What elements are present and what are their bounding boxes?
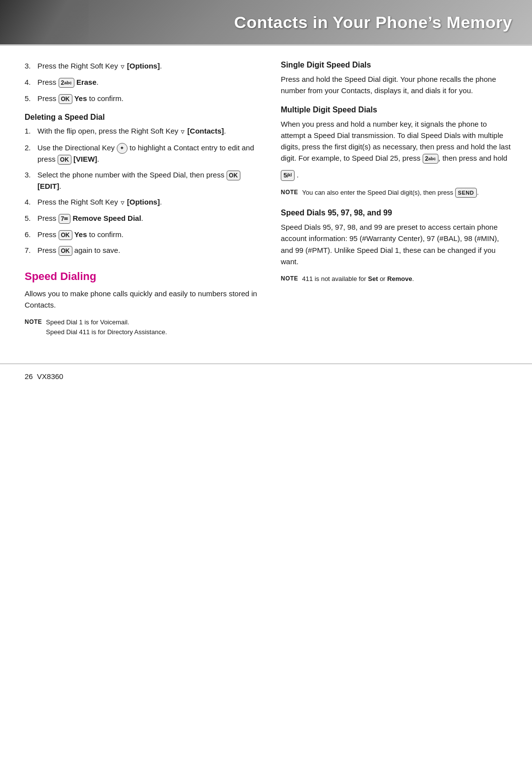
list-item: 7. Press OK again to save.: [25, 245, 261, 256]
right-column: Single Digit Speed Dials Press and hold …: [281, 61, 512, 339]
multiple-digit-heading: Multiple Digit Speed Dials: [281, 105, 512, 114]
softkey-icon: ▿: [121, 197, 125, 209]
softkey-icon: ▿: [181, 126, 185, 138]
list-item: 5. Press OK Yes to confirm.: [25, 93, 261, 104]
header-image-overlay: [0, 0, 89, 44]
ok-key-icon: OK: [227, 171, 240, 180]
multiple-digit-note: NOTE You can also enter the Speed Dial d…: [281, 188, 512, 198]
multiple-digit-body: When you press and hold a number key, it…: [281, 118, 512, 164]
single-digit-heading: Single Digit Speed Dials: [281, 61, 512, 70]
list-item: 4. Press 2abc Erase.: [25, 77, 261, 88]
page-header: Contacts in Your Phone’s Memory: [0, 0, 532, 44]
multiple-digit-5jkl: 5jkl .: [281, 169, 512, 181]
speed-dials-9599-heading: Speed Dials 95, 97, 98, and 99: [281, 209, 512, 217]
footer-model: VX8360: [37, 372, 63, 381]
7pqrs-key-icon: 7✉: [59, 214, 71, 224]
5jkl-key-icon: 5jkl: [281, 170, 295, 181]
list-item: 4. Press the Right Soft Key ▿ [Options].: [25, 197, 261, 208]
list-item: 6. Press OK Yes to confirm.: [25, 229, 261, 241]
ok-key-icon: OK: [58, 155, 71, 165]
2abc-key-icon: 2abc: [423, 154, 438, 164]
list-item: 1. With the flip open, press the Right S…: [25, 126, 261, 137]
ok-key-icon: OK: [59, 230, 72, 240]
softkey-icon: ▿: [121, 61, 125, 72]
continuing-steps-list: 3. Press the Right Soft Key ▿ [Options].…: [25, 61, 261, 104]
list-item: 2. Use the Directional Key ✦ to highligh…: [25, 142, 261, 165]
speed-dials-9599-note: NOTE 411 is not available for Set or Rem…: [281, 274, 512, 284]
list-item: 5. Press 7✉ Remove Speed Dial.: [25, 213, 261, 224]
ok-key-icon: OK: [59, 94, 72, 104]
ok-key-icon: OK: [59, 246, 72, 256]
page-footer: 26 VX8360: [0, 364, 532, 388]
list-item: 3. Press the Right Soft Key ▿ [Options].: [25, 61, 261, 72]
footer-page-number: 26: [25, 372, 33, 381]
note-label: NOTE: [281, 188, 298, 198]
speed-dials-9599-body: Speed Dials 95, 97, 98, and 99 are prese…: [281, 221, 512, 267]
left-column: 3. Press the Right Soft Key ▿ [Options].…: [25, 61, 261, 339]
deleting-speed-dial-heading: Deleting a Speed Dial: [25, 113, 261, 122]
note-text: Speed Dial 1 is for Voicemail.Speed Dial…: [46, 317, 167, 337]
page-title: Contacts in Your Phone’s Memory: [234, 13, 512, 32]
main-content: 3. Press the Right Soft Key ▿ [Options].…: [0, 46, 532, 353]
deleting-steps-list: 1. With the flip open, press the Right S…: [25, 126, 261, 256]
list-item: 3. Select the phone number with the Spee…: [25, 170, 261, 192]
2abc-key-icon: 2abc: [59, 78, 74, 88]
note-text: You can also enter the Speed Dial digit(…: [302, 188, 478, 198]
speed-dialing-note: NOTE Speed Dial 1 is for Voicemail.Speed…: [25, 317, 261, 337]
single-digit-body: Press and hold the Speed Dial digit. You…: [281, 73, 512, 97]
note-label: NOTE: [25, 317, 42, 337]
dir-key-icon: ✦: [117, 143, 128, 154]
speed-dialing-heading: Speed Dialing: [25, 270, 261, 283]
note-text: 411 is not available for Set or Remove.: [302, 274, 414, 284]
send-key-icon: SEND: [455, 188, 477, 198]
speed-dialing-body: Allows you to make phone calls quickly a…: [25, 288, 261, 311]
note-label: NOTE: [281, 274, 298, 284]
